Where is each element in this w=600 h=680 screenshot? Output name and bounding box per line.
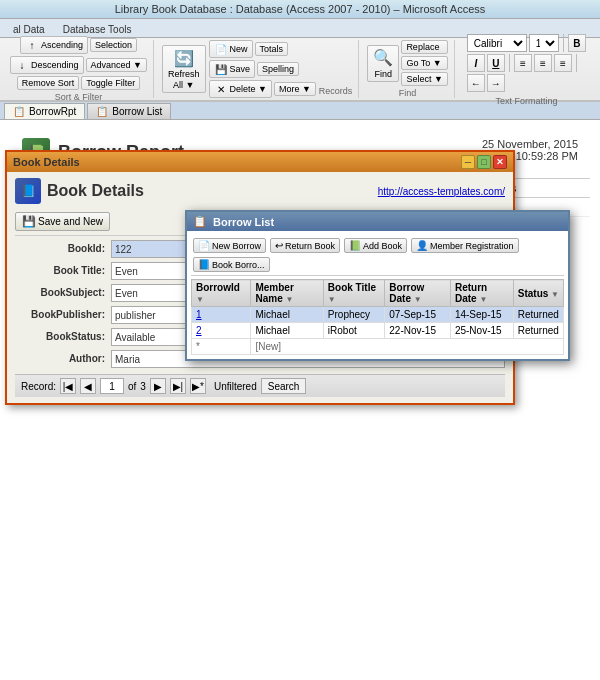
align-right-button[interactable]: ≡ (554, 54, 572, 72)
book-details-form-icon: 📘 (15, 178, 41, 204)
save-record-button[interactable]: 💾 Save (209, 60, 256, 78)
th-member-name: Member Name ▼ (251, 280, 323, 307)
align-center-button[interactable]: ≡ (534, 54, 552, 72)
refresh-icon: 🔄 (174, 48, 194, 68)
book-details-title-area: 📘 Book Details (15, 178, 144, 204)
delete-button[interactable]: ✕ Delete ▼ (209, 80, 272, 98)
new-record-button[interactable]: 📄 New (209, 40, 253, 58)
borrow-list-icon: 📋 (193, 215, 207, 228)
row1-borrow-id: 1 (192, 307, 251, 323)
borrow-list-content: 📄 New Borrow ↩ Return Book 📗 Add Book 👤 … (187, 231, 568, 359)
tab-borrow-list-icon: 📋 (96, 106, 108, 117)
row1-return-date: 14-Sep-15 (450, 307, 513, 323)
underline-button[interactable]: U (487, 54, 505, 72)
ribbon-content: ↑ Ascending Selection ↓ Descending Advan… (0, 38, 600, 100)
book-details-link[interactable]: http://access-templates.com/ (378, 186, 505, 197)
separator-3 (576, 54, 577, 72)
save-icon: 💾 (214, 62, 228, 76)
ascending-button[interactable]: ↑ Ascending (20, 36, 88, 54)
row2-return-date: 25-Nov-15 (450, 323, 513, 339)
book-id-label: BookId: (15, 240, 105, 258)
bold-button[interactable]: B (568, 34, 586, 52)
descending-button[interactable]: ↓ Descending (10, 56, 84, 74)
th-return-date: Return Date ▼ (450, 280, 513, 307)
sort-borrow-date-icon[interactable]: ▼ (414, 295, 422, 304)
row1-borrow-date: 07-Sep-15 (385, 307, 451, 323)
nav-prev-button[interactable]: ◀ (80, 378, 96, 394)
sort-row-3: Remove Sort Toggle Filter (17, 76, 141, 90)
tab-database-tools[interactable]: Database Tools (54, 21, 141, 37)
book-borrow-button[interactable]: 📘 Book Borro... (193, 257, 270, 272)
nav-bar: Record: |◀ ◀ of 3 ▶ ▶| ▶* Unfiltered Sea… (15, 374, 505, 397)
borrow-table: BorrowId ▼ Member Name ▼ Book Title ▼ (191, 279, 564, 355)
nav-total: 3 (140, 381, 146, 392)
book-title-label: Book Title: (15, 262, 105, 280)
new-row-marker: * (192, 339, 251, 355)
records-label: Records (319, 86, 353, 96)
borrow-list-toolbar: 📄 New Borrow ↩ Return Book 📗 Add Book 👤 … (191, 235, 564, 276)
member-reg-button[interactable]: 👤 Member Registration (411, 238, 519, 253)
row1-status: Returned (513, 307, 563, 323)
borrow-row-1[interactable]: 1 Michael Prophecy 07-Sep-15 14-Sep-15 R… (192, 307, 564, 323)
nav-next-button[interactable]: ▶ (150, 378, 166, 394)
sort-borrow-id-icon[interactable]: ▼ (196, 295, 204, 304)
nav-new-button[interactable]: ▶* (190, 378, 206, 394)
row1-borrow-id-link[interactable]: 1 (196, 309, 202, 320)
sort-row-2: ↓ Descending Advanced ▼ (10, 56, 147, 74)
indent-inc-button[interactable]: → (487, 74, 505, 92)
return-book-icon: ↩ (275, 240, 283, 251)
more-button[interactable]: More ▼ (274, 82, 316, 96)
borrow-list-titlebar: 📋 Borrow List (187, 212, 568, 231)
sort-member-name-icon[interactable]: ▼ (286, 295, 294, 304)
ascending-icon: ↑ (25, 38, 39, 52)
row2-status: Returned (513, 323, 563, 339)
borrow-list-window: 📋 Borrow List 📄 New Borrow ↩ Return Book… (185, 210, 570, 361)
record-label: Record: (21, 381, 56, 392)
replace-button[interactable]: Replace (401, 40, 447, 54)
tab-al-data[interactable]: al Data (4, 21, 54, 37)
nav-first-button[interactable]: |◀ (60, 378, 76, 394)
row2-borrow-id-link[interactable]: 2 (196, 325, 202, 336)
save-new-label: Save and New (38, 216, 103, 227)
indent-dec-button[interactable]: ← (467, 74, 485, 92)
sort-status-icon[interactable]: ▼ (551, 290, 559, 299)
new-borrow-button[interactable]: 📄 New Borrow (193, 238, 266, 253)
close-button[interactable]: ✕ (493, 155, 507, 169)
toggle-filter-button[interactable]: Toggle Filter (81, 76, 140, 90)
selection-button[interactable]: Selection (90, 38, 137, 52)
minimize-button[interactable]: ─ (461, 155, 475, 169)
sort-return-date-icon[interactable]: ▼ (479, 295, 487, 304)
tab-borrow-rpt[interactable]: 📋 BorrowRpt (4, 103, 85, 119)
maximize-button[interactable]: □ (477, 155, 491, 169)
save-and-new-button[interactable]: 💾 Save and New (15, 212, 110, 231)
book-details-titlebar-text: Book Details (13, 156, 80, 168)
spelling-button[interactable]: Spelling (257, 62, 299, 76)
borrow-new-row[interactable]: * [New] (192, 339, 564, 355)
delete-icon: ✕ (214, 82, 228, 96)
return-book-button[interactable]: ↩ Return Book (270, 238, 340, 253)
italic-button[interactable]: I (467, 54, 485, 72)
remove-sort-button[interactable]: Remove Sort (17, 76, 80, 90)
borrow-row-2[interactable]: 2 Michael iRobot 22-Nov-15 25-Nov-15 Ret… (192, 323, 564, 339)
nav-search-button[interactable]: Search (261, 378, 307, 394)
nav-of-label: of (128, 381, 136, 392)
advanced-button[interactable]: Advanced ▼ (86, 58, 147, 72)
tab-borrow-list[interactable]: 📋 Borrow List (87, 103, 171, 119)
nav-last-button[interactable]: ▶| (170, 378, 186, 394)
goto-button[interactable]: Go To ▼ (401, 56, 447, 70)
totals-button[interactable]: Totals (255, 42, 289, 56)
add-book-button[interactable]: 📗 Add Book (344, 238, 407, 253)
find-button[interactable]: 🔍 Find (367, 45, 399, 82)
align-left-button[interactable]: ≡ (514, 54, 532, 72)
nav-current-input[interactable] (100, 378, 124, 394)
row1-member-name: Michael (251, 307, 323, 323)
window-controls: ─ □ ✕ (461, 155, 507, 169)
select-button[interactable]: Select ▼ (401, 72, 447, 86)
refresh-button[interactable]: 🔄 Refresh All ▼ (162, 45, 206, 93)
font-size-select[interactable]: 11 (529, 34, 559, 52)
ribbon-group-find: 🔍 Find Replace Go To ▼ Select ▼ Find (361, 40, 454, 98)
sort-book-title-icon[interactable]: ▼ (328, 295, 336, 304)
font-select[interactable]: Calibri (467, 34, 527, 52)
records-row2: 💾 Save Spelling (209, 60, 316, 78)
row1-book-title: Prophecy (323, 307, 384, 323)
